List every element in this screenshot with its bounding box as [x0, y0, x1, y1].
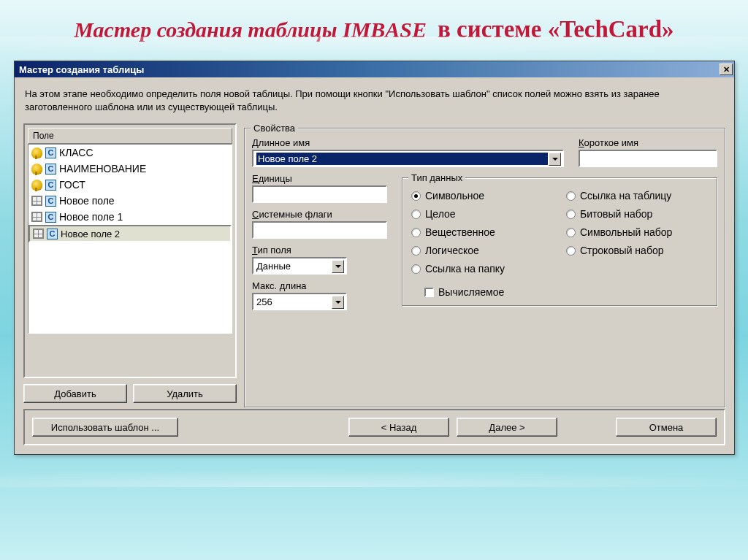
properties-legend: Свойства	[251, 123, 298, 134]
list-item[interactable]: CНАИМЕНОВАНИЕ	[28, 161, 232, 177]
list-item-label: КЛАСС	[59, 147, 94, 158]
radio-dot-icon	[411, 228, 421, 237]
radio-dot-icon	[566, 210, 576, 219]
use-template-button[interactable]: Использовать шаблон ...	[32, 418, 178, 437]
wizard-description: На этом этапе необходимо определить поля…	[23, 85, 725, 118]
field-list-panel: Поле CКЛАССCНАИМЕНОВАНИЕCГОСТCНовое поле…	[23, 123, 237, 378]
datatype-radio[interactable]: Символьное	[411, 190, 553, 202]
radio-label: Логическое	[425, 245, 479, 256]
radio-dot-icon	[566, 191, 576, 201]
radio-label: Вещественное	[425, 226, 495, 238]
back-button[interactable]: < Назад	[348, 418, 449, 437]
grid-icon	[33, 229, 44, 239]
radio-label: Строковый набор	[580, 245, 663, 256]
list-item[interactable]: CНовое поле	[28, 193, 232, 209]
type-c-icon: C	[45, 196, 56, 207]
type-c-icon: C	[45, 164, 56, 174]
datatype-legend: Тип данных	[408, 172, 465, 183]
radio-label: Символьный набор	[580, 226, 672, 238]
field-list[interactable]: CКЛАССCНАИМЕНОВАНИЕCГОСТCНовое полеCНово…	[28, 144, 232, 334]
list-item-label: Новое поле 2	[61, 229, 120, 239]
key-icon	[31, 164, 42, 174]
titlebar: Мастер создания таблицы ✕	[15, 61, 734, 77]
grid-icon	[31, 212, 42, 222]
datatype-radio[interactable]: Символьный набор	[566, 226, 708, 238]
radio-dot-icon	[411, 191, 421, 201]
key-icon	[31, 147, 42, 158]
field-list-header: Поле	[28, 128, 232, 144]
cancel-button[interactable]: Отмена	[616, 418, 717, 437]
radio-label: Битовый набор	[580, 208, 652, 220]
next-button[interactable]: Далее >	[457, 418, 557, 437]
properties-group: Свойства Длинное имя Новое поле 2 Коротк…	[244, 128, 725, 407]
datatype-radio[interactable]: Ссылка на таблицу	[566, 190, 708, 202]
type-c-icon: C	[47, 229, 58, 239]
long-name-label: Длинное имя	[252, 137, 564, 148]
list-item[interactable]: CКЛАСС	[28, 145, 232, 161]
datatype-radio[interactable]: Логическое	[411, 245, 553, 256]
radio-label: Ссылка на папку	[425, 263, 505, 275]
datatype-radio[interactable]: Целое	[411, 208, 553, 220]
type-c-icon: C	[45, 180, 56, 191]
short-name-label: Короткое имя	[579, 137, 717, 148]
radio-label: Символьное	[425, 190, 484, 202]
add-field-button[interactable]: Добавить	[23, 384, 127, 403]
chevron-down-icon[interactable]	[332, 260, 344, 273]
short-name-input[interactable]	[579, 150, 717, 167]
window-title: Мастер создания таблицы	[19, 64, 144, 75]
type-c-icon: C	[45, 212, 56, 223]
radio-label: Целое	[425, 208, 456, 220]
list-item-label: Новое поле	[59, 195, 115, 207]
datatype-radio[interactable]: Вещественное	[411, 226, 553, 238]
long-name-combo[interactable]: Новое поле 2	[252, 150, 564, 167]
computed-checkbox[interactable]: Вычисляемое	[424, 286, 709, 298]
units-label: Единицы	[252, 173, 387, 184]
remove-field-button[interactable]: Удалить	[133, 384, 237, 403]
radio-dot-icon	[411, 264, 421, 274]
type-c-icon: C	[45, 147, 56, 158]
list-item-label: ГОСТ	[59, 179, 85, 191]
list-item-label: НАИМЕНОВАНИЕ	[59, 163, 146, 174]
sysflags-input[interactable]	[252, 221, 387, 239]
datatype-radio[interactable]: Ссылка на папку	[411, 263, 553, 275]
maxlen-label: Макс. длина	[252, 280, 387, 291]
units-input[interactable]	[252, 185, 387, 203]
wizard-window: Мастер создания таблицы ✕ На этом этапе …	[14, 61, 735, 455]
maxlen-combo[interactable]: 256	[252, 293, 347, 310]
fieldtype-combo[interactable]: Данные	[252, 257, 347, 275]
list-item[interactable]: CГОСТ	[28, 177, 232, 193]
chevron-down-icon[interactable]	[549, 153, 561, 166]
close-button[interactable]: ✕	[720, 64, 733, 75]
datatype-radio[interactable]: Битовый набор	[566, 208, 708, 220]
radio-dot-icon	[566, 246, 576, 256]
list-item-label: Новое поле 1	[59, 211, 123, 223]
list-item[interactable]: CНовое поле 1	[28, 209, 232, 225]
chevron-down-icon[interactable]	[332, 296, 344, 309]
grid-icon	[31, 196, 42, 206]
key-icon	[31, 180, 42, 191]
sysflags-label: Системные флаги	[252, 209, 387, 220]
radio-dot-icon	[566, 228, 576, 237]
fieldtype-label: Тип поля	[252, 245, 387, 256]
radio-label: Ссылка на таблицу	[580, 190, 671, 202]
datatype-group: Тип данных СимвольноеСсылка на таблицуЦе…	[402, 177, 717, 306]
list-item[interactable]: CНовое поле 2	[28, 225, 232, 242]
radio-dot-icon	[411, 246, 421, 256]
footer-bar: Использовать шаблон ... < Назад Далее > …	[23, 409, 725, 445]
radio-dot-icon	[411, 210, 421, 219]
datatype-radio[interactable]: Строковый набор	[566, 245, 708, 256]
